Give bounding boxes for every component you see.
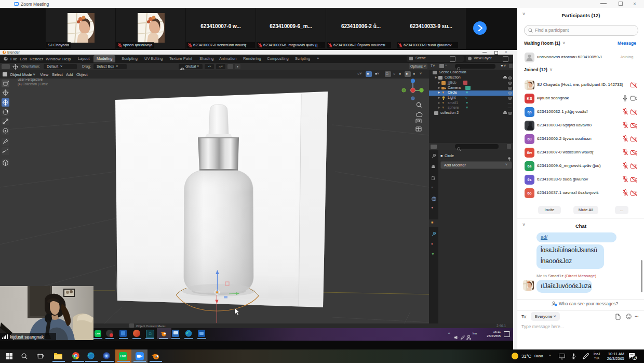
svg-text:(4) Collection | Circle: (4) Collection | Circle [18,82,48,86]
svg-text:User Perspective: User Perspective [18,79,43,82]
svg-text:2: 2 [634,356,636,360]
svg-text:kijdusit seangnak: kijdusit seangnak [10,334,44,340]
